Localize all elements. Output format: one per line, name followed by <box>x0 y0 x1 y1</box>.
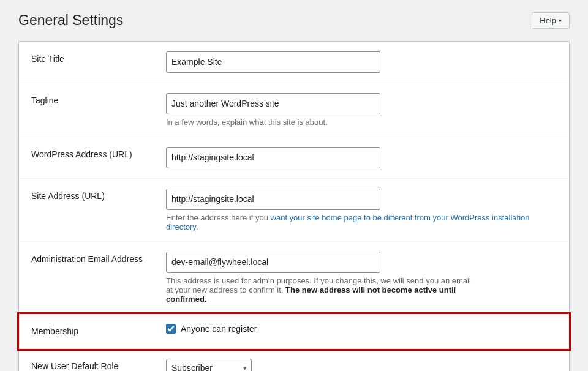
site-address-cell: Enter the address here if you want your … <box>154 179 569 242</box>
tagline-description: In a few words, explain what this site i… <box>166 118 557 127</box>
site-address-row: Site Address (URL) Enter the address her… <box>19 179 569 242</box>
page-title: General Settings <box>18 12 123 29</box>
settings-form: Site Title Tagline In a few words, expla… <box>18 41 570 371</box>
form-table: Site Title Tagline In a few words, expla… <box>19 42 569 371</box>
site-title-input[interactable] <box>166 51 380 73</box>
new-user-role-select-wrapper: Subscriber Contributor Author Editor Adm… <box>166 359 252 371</box>
membership-checkbox-text: Anyone can register <box>181 324 257 334</box>
page-header: General Settings Help ▾ <box>18 12 570 29</box>
new-user-role-label: New User Default Role <box>19 349 154 372</box>
admin-email-cell: This address is used for admin purposes.… <box>154 242 569 314</box>
new-user-role-row: New User Default Role Subscriber Contrib… <box>19 349 569 372</box>
membership-row: Membership Anyone can register <box>19 314 569 349</box>
tagline-cell: In a few words, explain what this site i… <box>154 83 569 137</box>
site-address-input[interactable] <box>166 189 380 210</box>
wp-address-row: WordPress Address (URL) <box>19 137 569 179</box>
new-user-role-select[interactable]: Subscriber Contributor Author Editor Adm… <box>166 359 252 371</box>
admin-email-input[interactable] <box>166 252 380 273</box>
new-user-role-cell: Subscriber Contributor Author Editor Adm… <box>154 349 569 372</box>
help-button[interactable]: Help ▾ <box>532 12 570 29</box>
wp-address-input[interactable] <box>166 147 380 168</box>
chevron-down-icon: ▾ <box>559 17 562 24</box>
site-title-cell <box>154 42 569 83</box>
wp-address-label: WordPress Address (URL) <box>19 137 154 179</box>
admin-email-label: Administration Email Address <box>19 242 154 314</box>
site-address-label: Site Address (URL) <box>19 179 154 242</box>
wp-address-cell <box>154 137 569 179</box>
site-address-description: Enter the address here if you want your … <box>166 213 557 231</box>
tagline-input[interactable] <box>166 93 380 114</box>
site-address-desc-before: Enter the address here if you <box>166 213 271 222</box>
admin-email-description: This address is used for admin purposes.… <box>166 276 472 304</box>
membership-label: Membership <box>19 314 154 349</box>
admin-email-row: Administration Email Address This addres… <box>19 242 569 314</box>
site-title-label: Site Title <box>19 42 154 83</box>
tagline-label: Tagline <box>19 83 154 137</box>
help-button-label: Help <box>540 16 556 25</box>
site-title-row: Site Title <box>19 42 569 83</box>
tagline-row: Tagline In a few words, explain what thi… <box>19 83 569 137</box>
membership-checkbox-label[interactable]: Anyone can register <box>166 324 557 334</box>
membership-checkbox[interactable] <box>166 324 176 334</box>
site-address-desc-after: . <box>196 222 198 231</box>
membership-cell: Anyone can register <box>154 314 569 349</box>
